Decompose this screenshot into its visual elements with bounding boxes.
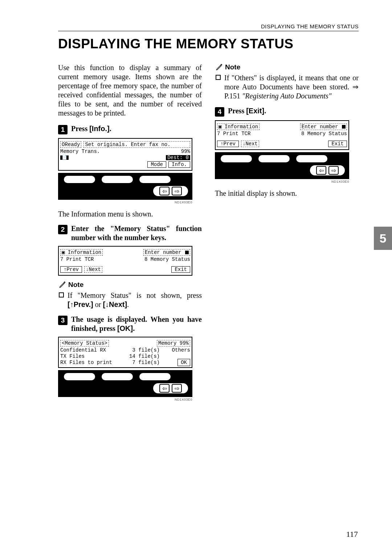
lcd3-r3b: 7 file(s) <box>127 360 160 365</box>
softkey-blank <box>102 373 133 380</box>
step-3-prefix: The usage is displayed. When you have fi… <box>71 315 202 332</box>
step-4-key: [Exit] <box>246 107 264 115</box>
lcd1-mode-button: Mode <box>147 161 166 168</box>
lcd4-hdr-left-text: Information <box>225 124 258 130</box>
running-header: DISPLAYING THE MEMORY STATUS <box>58 23 359 29</box>
lcd3-ok-button: OK <box>177 359 190 366</box>
lcd4-prev-button: ↑Prev <box>217 141 239 147</box>
lcd1-ready: OReady <box>60 141 81 148</box>
step-4-prefix: Press <box>228 107 246 115</box>
note1-mid: or <box>93 300 103 308</box>
lcd1-percent: 99% <box>181 149 190 154</box>
arrow-keys-group: ⇦ ⇨ <box>310 165 345 175</box>
left-arrow-icon: ⇦ <box>159 384 170 393</box>
right-column: Note If "Others" is displayed, it means … <box>215 63 359 401</box>
lcd1-memtrans: Memory Trans. <box>60 149 100 154</box>
step-2: 2 Enter the "Memory Status" function num… <box>58 224 202 242</box>
lcd4-item-8: 8 Memory Status <box>301 131 347 136</box>
page-number: 117 <box>346 530 358 539</box>
softkey-blank <box>258 155 290 162</box>
step-3-badge: 3 <box>58 316 68 325</box>
step-3: 3 The usage is displayed. When you have … <box>58 315 202 333</box>
book-icon: ▣ <box>62 250 65 255</box>
step-4: 4 Press [Exit]. <box>215 106 359 117</box>
lcd1-info-button: Info. <box>168 161 190 168</box>
header-rule <box>58 31 359 31</box>
note-label-1: Note <box>68 281 83 289</box>
lcd3-r2a: TX Files <box>60 354 122 359</box>
caption-1: The Information menu is shown. <box>58 210 202 218</box>
figure-code-2: ND1X03E0 <box>58 398 192 401</box>
note2-italics: "Registering Auto Documents" <box>242 92 331 100</box>
step-3-suffix: . <box>133 324 135 332</box>
note-label-2: Note <box>225 63 240 71</box>
lcd3-r1c: Others <box>165 348 190 353</box>
figure-code-3: ND1X03E0 <box>215 180 349 183</box>
lcd4-hdr-left: ▣ Information <box>217 123 260 130</box>
left-arrow-icon: ⇦ <box>159 187 170 195</box>
square-icon <box>185 251 189 254</box>
step-4-badge: 4 <box>215 107 224 117</box>
note-heading-1: Note <box>59 281 202 289</box>
left-column: Use this function to display a summary o… <box>58 63 202 401</box>
lcd-screen-1: OReady Set originals. Enter fax no. Memo… <box>58 138 192 171</box>
softkey-blank <box>64 373 95 380</box>
lcd4-exit-button: Exit <box>328 141 347 147</box>
lcd1-prompt: Set originals. Enter fax no. <box>83 141 190 148</box>
square-icon <box>342 125 346 129</box>
lcd2-hdr-right-text: Enter number <box>145 250 181 255</box>
softkey-panel-2: ⇦ ⇨ <box>58 370 192 397</box>
lcd2-next-button: ↓Next <box>84 266 102 273</box>
lcd-screen-3: <Memory Status> Memory 99% Confidential … <box>58 337 192 368</box>
pencil-icon <box>59 281 66 288</box>
lcd3-r3a: RX Files to print <box>60 360 122 365</box>
lcd3-hdr-right: Memory 99% <box>157 340 190 347</box>
softkey-blank <box>296 155 327 162</box>
softkey-blank <box>221 155 252 162</box>
left-arrow-icon: ⇦ <box>316 166 326 175</box>
softkey-panel-3: ⇦ ⇨ <box>215 152 349 179</box>
arrow-keys-group: ⇦ ⇨ <box>153 186 188 196</box>
lcd4-hdr-right-text: Enter number <box>302 124 338 130</box>
step-1-suffix: . <box>110 125 111 133</box>
lcd3-r2b: 14 file(s) <box>127 354 160 359</box>
arrow-keys-group: ⇦ ⇨ <box>153 383 188 393</box>
step-1-prefix: Press <box>71 125 89 133</box>
chapter-tab: 5 <box>374 227 392 250</box>
pencil-icon <box>216 64 223 71</box>
step-3-key: [OK] <box>117 324 133 332</box>
intro-paragraph: Use this function to display a summary o… <box>58 63 202 118</box>
step-4-text: Press [Exit]. <box>228 106 266 116</box>
note1-key-prev: [↑Prev.] <box>68 300 93 308</box>
softkey-blank <box>139 176 171 183</box>
note1-suffix: . <box>127 300 129 308</box>
lcd2-prev-button: ↑Prev <box>60 266 82 273</box>
note1-key-next: [↓Next] <box>103 300 127 308</box>
lcd-screen-4: ▣ Information Enter number 7 Print TCR 8… <box>215 120 349 150</box>
softkey-blank <box>139 373 171 380</box>
step-3-text: The usage is displayed. When you have fi… <box>71 315 202 333</box>
lcd2-exit-button: Exit <box>171 266 190 273</box>
step-1-badge: 1 <box>58 125 68 134</box>
right-arrow-icon: ⇨ <box>328 166 339 175</box>
step-1-text: Press [Info.]. <box>71 124 111 133</box>
softkey-blank <box>102 176 133 183</box>
softkey-panel-1: ⇦ ⇨ <box>58 173 192 200</box>
lcd4-next-button: ↓Next <box>241 141 259 147</box>
note1-prefix: If "Memory Status" is not shown, press <box>68 291 202 299</box>
lcd2-hdr-right: Enter number <box>143 249 190 256</box>
page-title: DISPLAYING THE MEMORY STATUS <box>58 36 359 52</box>
note-heading-2: Note <box>216 63 359 71</box>
note-bullet-icon <box>59 292 64 297</box>
right-arrow-icon: ⇨ <box>172 187 182 195</box>
right-arrow-icon: ⇨ <box>172 384 182 393</box>
softkey-blank <box>64 176 95 183</box>
lcd4-hdr-right: Enter number <box>300 123 347 130</box>
step-1-key: [Info.] <box>89 125 110 133</box>
note-1: If "Memory Status" is not shown, press [… <box>59 291 202 309</box>
step-1: 1 Press [Info.]. <box>58 124 202 134</box>
note-bullet-icon <box>216 75 221 80</box>
note-2: If "Others" is displayed, it means that … <box>216 73 359 101</box>
lcd3-hdr-left: <Memory Status> <box>60 340 109 347</box>
lcd3-r1b: 3 file(s) <box>127 348 160 353</box>
